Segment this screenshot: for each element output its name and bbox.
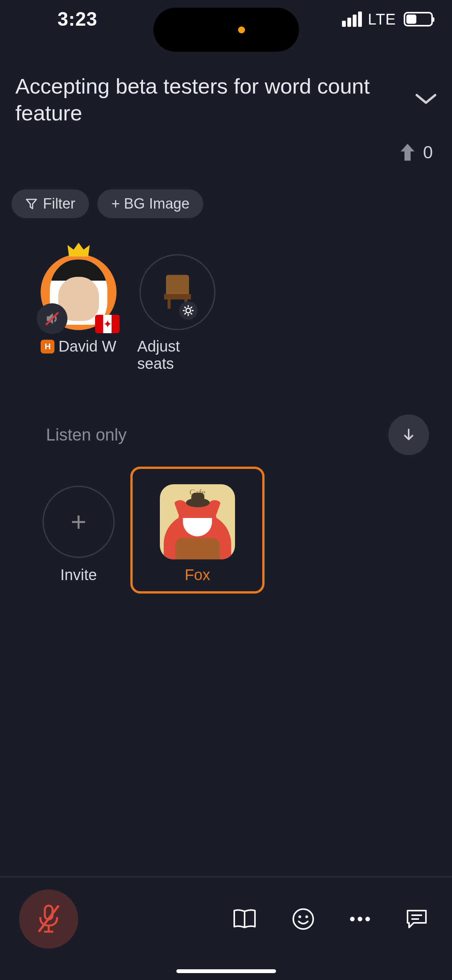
svg-line-8: [191, 307, 192, 308]
bg-image-button[interactable]: + BG Image: [97, 189, 203, 218]
room-title: Accepting beta testers for word count fe…: [15, 73, 404, 127]
listen-only-label: Listen only: [46, 425, 127, 444]
mic-toggle-button[interactable]: [19, 890, 78, 949]
listener-fox-name: Fox: [185, 566, 210, 584]
svg-line-6: [184, 307, 186, 308]
invite-label: Invite: [60, 566, 97, 584]
svg-point-18: [358, 917, 362, 921]
bg-image-label: + BG Image: [111, 196, 189, 212]
recording-indicator-dot: [238, 26, 245, 33]
empty-seat-icon: [140, 254, 215, 330]
listener-list: + Invite Cafe Fox: [0, 467, 452, 605]
more-button[interactable]: [348, 915, 371, 923]
chat-button[interactable]: [404, 908, 429, 931]
gear-icon: [179, 301, 197, 320]
muted-icon: [37, 303, 67, 334]
status-right: LTE: [342, 11, 433, 28]
svg-point-17: [350, 917, 355, 921]
filter-label: Filter: [43, 196, 75, 212]
listener-fox[interactable]: Cafe Fox: [130, 467, 265, 594]
host-name: David W: [58, 338, 116, 355]
status-bar: 3:23 LTE: [0, 0, 452, 38]
chevron-down-icon: [415, 93, 437, 105]
host-name-row: H David W: [41, 338, 116, 355]
arrow-down-icon: [401, 427, 416, 442]
book-button[interactable]: [231, 908, 258, 931]
host-seat[interactable]: ✦ H David W: [38, 241, 119, 372]
dynamic-island: [153, 8, 299, 52]
emoji-button[interactable]: [291, 907, 316, 931]
fox-avatar: Cafe: [160, 484, 235, 559]
adjust-seats-button[interactable]: Adjust seats: [137, 241, 218, 372]
scroll-down-button[interactable]: [388, 414, 429, 455]
cellular-signal-icon: [342, 12, 362, 27]
status-time: 3:23: [58, 8, 97, 30]
svg-point-19: [365, 917, 370, 921]
plus-icon: +: [43, 486, 115, 558]
svg-point-1: [186, 308, 191, 313]
upvote-row[interactable]: 0: [0, 127, 452, 174]
filter-button[interactable]: Filter: [12, 189, 89, 218]
upvote-arrow-icon: [399, 142, 416, 162]
upvote-count: 0: [423, 142, 433, 163]
book-icon: [231, 908, 258, 931]
more-icon: [348, 915, 371, 923]
host-avatar: ✦: [41, 254, 117, 330]
listen-section-header: Listen only: [0, 380, 452, 467]
host-badge: H: [41, 340, 54, 354]
speaker-seats: ✦ H David W: [0, 230, 452, 380]
chat-icon: [404, 908, 429, 931]
svg-line-7: [191, 313, 192, 314]
adjust-seats-label: Adjust seats: [137, 338, 218, 372]
mic-muted-icon: [33, 902, 64, 936]
bottom-toolbar: [0, 876, 452, 980]
svg-point-14: [293, 909, 313, 929]
collapse-button[interactable]: [415, 91, 437, 109]
svg-point-15: [299, 916, 301, 918]
svg-point-16: [306, 916, 308, 918]
invite-button[interactable]: + Invite: [38, 467, 119, 594]
control-pills: Filter + BG Image: [0, 174, 452, 230]
country-flag-canada: ✦: [95, 315, 120, 333]
crown-icon: [67, 241, 90, 263]
filter-icon: [25, 198, 38, 210]
home-indicator[interactable]: [176, 969, 276, 973]
battery-icon: [404, 12, 433, 26]
smile-icon: [291, 907, 316, 931]
svg-line-9: [184, 313, 186, 314]
network-type: LTE: [368, 11, 396, 28]
